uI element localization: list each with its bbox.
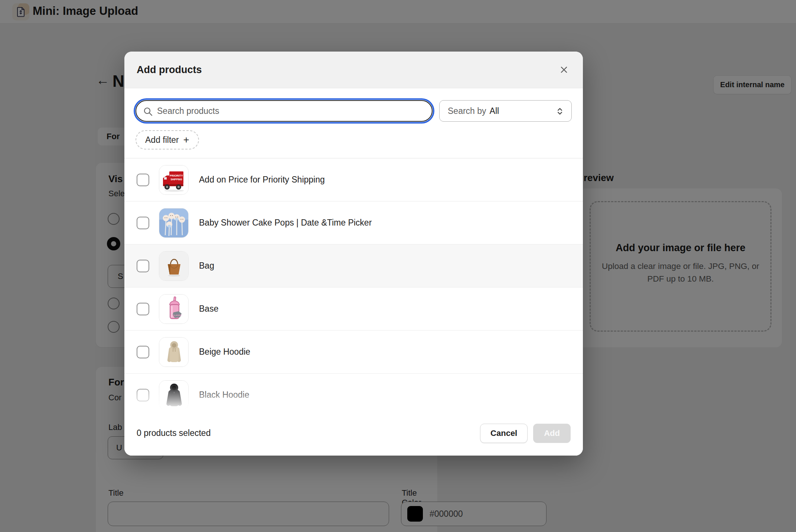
add-filter-label: Add filter [145, 135, 179, 145]
svg-text:CLASSY: CLASSY [173, 314, 182, 316]
search-icon [143, 106, 153, 118]
red-truck-thumb: PRIORITY SHIPPING [159, 165, 189, 195]
add-products-modal: Add products Search by All Add filter + [124, 52, 583, 456]
product-row[interactable]: Beige Hoodie [124, 331, 583, 374]
svg-text:SHIPPING: SHIPPING [170, 178, 182, 181]
product-checkbox[interactable] [137, 346, 149, 358]
product-name: Beige Hoodie [199, 347, 250, 357]
modal-footer: 0 products selected Cancel Add [124, 411, 583, 456]
product-checkbox[interactable] [137, 260, 149, 272]
close-icon[interactable] [556, 62, 572, 78]
cancel-button[interactable]: Cancel [480, 424, 528, 443]
modal-header: Add products [124, 52, 583, 88]
svg-text:PRIORITY: PRIORITY [170, 174, 183, 177]
product-name: Base [199, 304, 218, 314]
pink-tumbler-thumb: CLASSY [159, 294, 189, 324]
product-checkbox[interactable] [137, 217, 149, 229]
search-by-select[interactable]: Search by All [439, 100, 572, 122]
cake-pops-thumb [159, 208, 189, 238]
product-row[interactable]: CLASSY Base [124, 288, 583, 331]
product-name: Black Hoodie [199, 390, 249, 400]
brown-bag-thumb [159, 251, 189, 281]
search-field [136, 100, 433, 122]
product-row[interactable]: Baby Shower Cake Pops | Date &Time Picke… [124, 201, 583, 244]
product-row[interactable]: Black Hoodie [124, 374, 583, 411]
product-name: Bag [199, 261, 214, 271]
beige-hoodie-thumb [159, 337, 189, 367]
black-hoodie-thumb [159, 380, 189, 410]
search-by-prefix: Search by [448, 106, 486, 116]
search-products-input[interactable] [157, 101, 426, 121]
product-name: Baby Shower Cake Pops | Date &Time Picke… [199, 218, 372, 228]
product-checkbox[interactable] [137, 174, 149, 186]
product-checkbox[interactable] [137, 303, 149, 315]
search-by-value: All [490, 106, 499, 116]
add-filter-button[interactable]: Add filter + [136, 130, 199, 150]
product-list: PRIORITY SHIPPING Add on Price for Prior… [124, 158, 583, 411]
product-name: Add on Price for Priority Shipping [199, 175, 325, 185]
selected-count: 0 products selected [137, 428, 211, 438]
add-button[interactable]: Add [533, 424, 571, 443]
product-row[interactable]: Bag [124, 244, 583, 288]
product-row[interactable]: PRIORITY SHIPPING Add on Price for Prior… [124, 158, 583, 201]
chevron-updown-icon [555, 106, 565, 118]
modal-title: Add products [137, 64, 202, 76]
plus-icon: + [183, 134, 189, 146]
product-checkbox[interactable] [137, 389, 149, 401]
